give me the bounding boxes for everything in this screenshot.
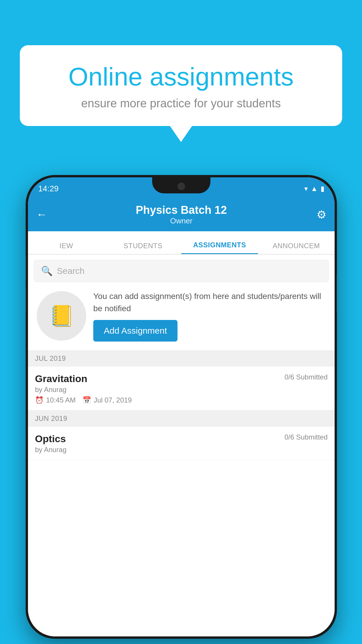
tab-announcements[interactable]: ANNOUNCEM — [258, 242, 335, 254]
info-icon-circle: 📒 — [37, 291, 86, 341]
wifi-icon: ▾ — [304, 185, 308, 193]
assignment-row-optics: Optics 0/6 Submitted — [35, 433, 328, 444]
camera — [178, 183, 185, 190]
tab-students[interactable]: STUDENTS — [105, 242, 181, 254]
volume-down-button — [26, 289, 26, 312]
battery-icon: ▮ — [321, 185, 324, 193]
search-placeholder: Search — [57, 266, 85, 276]
assignment-submitted: 0/6 Submitted — [284, 373, 328, 381]
assignment-author-optics: by Anurag — [35, 446, 328, 454]
status-time: 14:29 — [38, 182, 59, 193]
assignment-time: 10:45 AM — [46, 396, 75, 404]
assignment-optics[interactable]: Optics 0/6 Submitted by Anurag — [28, 427, 335, 460]
header-center: Physics Batch 12 Owner — [136, 204, 227, 225]
assignment-meta: ⏰ 10:45 AM 📅 Jul 07, 2019 — [35, 396, 328, 404]
search-bar[interactable]: 🔍 Search — [34, 260, 329, 282]
assignment-row: Gravitation 0/6 Submitted — [35, 373, 328, 384]
notch — [152, 177, 210, 193]
info-text-section: You can add assignment(s) from here and … — [93, 290, 326, 342]
power-button — [336, 274, 337, 312]
info-box: 📒 You can add assignment(s) from here an… — [34, 287, 329, 344]
bubble-title: Online assignments — [40, 63, 322, 91]
phone-screen: 14:29 ▾ ▲ ▮ ← Physics Batch 12 Owner ⚙ I… — [28, 177, 335, 636]
assignment-name-optics: Optics — [35, 433, 66, 444]
app-header: ← Physics Batch 12 Owner ⚙ — [28, 198, 335, 231]
tab-iew[interactable]: IEW — [28, 242, 105, 254]
status-icons: ▾ ▲ ▮ — [304, 182, 324, 193]
info-description: You can add assignment(s) from here and … — [93, 290, 326, 315]
section-header-jun: JUN 2019 — [28, 410, 335, 427]
header-subtitle: Owner — [136, 216, 227, 225]
content-area: 🔍 Search 📒 You can add assignment(s) fro… — [28, 255, 335, 636]
assignment-date: Jul 07, 2019 — [94, 396, 132, 404]
calendar-icon: 📅 — [82, 396, 91, 404]
bubble-subtitle: ensure more practice for your students — [40, 97, 322, 110]
meta-time: ⏰ 10:45 AM — [35, 396, 75, 404]
tab-assignments[interactable]: ASSIGNMENTS — [181, 241, 258, 254]
settings-icon[interactable]: ⚙ — [317, 208, 326, 221]
notebook-icon: 📒 — [49, 304, 74, 328]
speech-bubble: Online assignments ensure more practice … — [20, 45, 342, 126]
phone-frame: 14:29 ▾ ▲ ▮ ← Physics Batch 12 Owner ⚙ I… — [26, 175, 337, 639]
search-icon: 🔍 — [41, 265, 53, 276]
header-title: Physics Batch 12 — [136, 204, 227, 216]
signal-icon: ▲ — [311, 185, 318, 193]
assignment-name: Gravitation — [35, 373, 87, 384]
add-assignment-button[interactable]: Add Assignment — [93, 320, 178, 342]
meta-date: 📅 Jul 07, 2019 — [82, 396, 132, 404]
clock-icon: ⏰ — [35, 396, 44, 404]
volume-up-button — [26, 257, 26, 280]
section-header-jul: JUL 2019 — [28, 350, 335, 367]
assignment-submitted-optics: 0/6 Submitted — [284, 433, 328, 441]
tabs-bar: IEW STUDENTS ASSIGNMENTS ANNOUNCEM — [28, 231, 335, 255]
assignment-gravitation[interactable]: Gravitation 0/6 Submitted by Anurag ⏰ 10… — [28, 367, 335, 410]
assignment-author: by Anurag — [35, 386, 328, 394]
back-button[interactable]: ← — [36, 208, 47, 221]
